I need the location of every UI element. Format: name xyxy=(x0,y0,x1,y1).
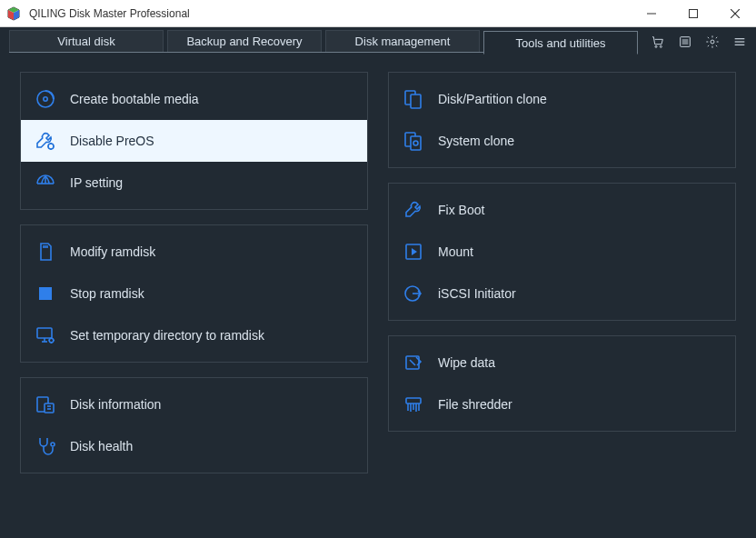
item-label: Create bootable media xyxy=(70,92,199,106)
disc-icon xyxy=(34,87,57,111)
svg-point-14 xyxy=(711,40,714,44)
titlebar: QILING Disk Master Professional xyxy=(0,0,756,27)
item-system-clone[interactable]: System clone xyxy=(389,120,735,162)
panel-boot-mount: Fix Boot Mount iSCSI Initiator xyxy=(388,183,736,321)
window-minimize-button[interactable] xyxy=(631,0,672,27)
left-column: Create bootable media Disable PreOS IP s… xyxy=(20,72,368,522)
window-close-button[interactable] xyxy=(714,0,756,27)
panel-clone: Disk/Partition clone System clone xyxy=(388,72,736,168)
item-label: IP setting xyxy=(70,175,123,190)
svg-marker-41 xyxy=(412,248,417,255)
tab-virtual-disk[interactable]: Virtual disk xyxy=(9,30,164,53)
svg-rect-31 xyxy=(45,404,54,413)
gear-icon[interactable] xyxy=(701,32,723,52)
tab-backup-recovery[interactable]: Backup and Recovery xyxy=(167,30,322,53)
item-label: Disable PreOS xyxy=(70,134,154,148)
item-file-shredder[interactable]: File shredder xyxy=(389,384,735,425)
right-column: Disk/Partition clone System clone Fix Bo… xyxy=(388,72,736,522)
item-disable-preos[interactable]: Disable PreOS xyxy=(21,120,367,162)
stethoscope-icon xyxy=(34,434,57,458)
item-set-temp-dir-ramdisk[interactable]: Set temporary directory to ramdisk xyxy=(21,314,367,356)
item-label: Disk health xyxy=(70,439,133,453)
panel-ramdisk: Modify ramdisk Stop ramdisk Set temporar… xyxy=(20,224,368,363)
item-label: Wipe data xyxy=(438,355,495,370)
circle-arrow-icon xyxy=(402,282,425,305)
item-label: Disk information xyxy=(70,397,161,412)
shredder-icon xyxy=(402,393,425,416)
item-mount[interactable]: Mount xyxy=(389,231,735,273)
tab-disk-management[interactable]: Disk management xyxy=(325,30,480,53)
item-wipe-data[interactable]: Wipe data xyxy=(389,342,735,384)
clone-disk-icon xyxy=(402,87,425,111)
globe-net-icon xyxy=(34,171,57,194)
svg-rect-25 xyxy=(39,287,52,300)
panel-disk-info: Disk information Disk health xyxy=(20,377,368,473)
list-icon[interactable] xyxy=(674,32,696,52)
content-area: Create bootable media Disable PreOS IP s… xyxy=(0,55,756,538)
tab-row: Virtual disk Backup and Recovery Disk ma… xyxy=(0,27,756,53)
item-disk-partition-clone[interactable]: Disk/Partition clone xyxy=(389,78,735,120)
play-box-icon xyxy=(402,240,425,264)
clone-sys-icon xyxy=(402,129,425,153)
monitor-gear-icon xyxy=(34,324,57,347)
eraser-icon xyxy=(402,351,425,374)
window-maximize-button[interactable] xyxy=(672,0,714,27)
tab-label: Virtual disk xyxy=(57,35,114,48)
svg-point-19 xyxy=(44,97,47,101)
item-create-bootable-media[interactable]: Create bootable media xyxy=(21,78,367,120)
item-fix-boot[interactable]: Fix Boot xyxy=(389,189,735,231)
panel-wipe: Wipe data File shredder xyxy=(388,335,736,432)
window-title: QILING Disk Master Professional xyxy=(27,7,631,20)
wrench-gear-icon xyxy=(34,129,57,153)
menu-icon[interactable] xyxy=(729,32,751,52)
item-label: System clone xyxy=(438,134,514,148)
stop-square-icon xyxy=(34,282,57,305)
svg-rect-36 xyxy=(411,95,421,108)
item-label: iSCSI Initiator xyxy=(438,286,516,301)
svg-point-29 xyxy=(49,338,54,343)
item-label: Set temporary directory to ramdisk xyxy=(70,328,264,343)
svg-point-20 xyxy=(48,144,54,149)
app-body: Virtual disk Backup and Recovery Disk ma… xyxy=(0,27,756,538)
svg-rect-38 xyxy=(411,136,421,150)
panel-boot-preos: Create bootable media Disable PreOS IP s… xyxy=(20,72,368,210)
sd-card-icon xyxy=(34,240,57,264)
item-label: Mount xyxy=(438,244,473,259)
disk-info-icon xyxy=(34,393,57,416)
svg-point-8 xyxy=(655,45,657,47)
svg-rect-5 xyxy=(690,9,698,17)
item-stop-ramdisk[interactable]: Stop ramdisk xyxy=(21,273,367,314)
app-icon xyxy=(0,6,27,21)
item-label: Stop ramdisk xyxy=(70,286,144,301)
svg-point-9 xyxy=(660,45,662,47)
tab-label: Disk management xyxy=(355,35,451,48)
svg-point-34 xyxy=(51,443,55,446)
item-label: Fix Boot xyxy=(438,203,484,217)
cart-icon[interactable] xyxy=(647,32,669,52)
item-iscsi-initiator[interactable]: iSCSI Initiator xyxy=(389,273,735,314)
wrench-icon xyxy=(402,198,425,222)
item-disk-health[interactable]: Disk health xyxy=(21,425,367,467)
item-modify-ramdisk[interactable]: Modify ramdisk xyxy=(21,231,367,273)
tab-label: Backup and Recovery xyxy=(186,35,302,48)
svg-rect-44 xyxy=(406,398,421,404)
item-label: Modify ramdisk xyxy=(70,244,155,259)
item-disk-information[interactable]: Disk information xyxy=(21,384,367,425)
item-label: File shredder xyxy=(438,397,512,412)
tab-tools-utilities[interactable]: Tools and utilities xyxy=(483,31,638,55)
tab-label: Tools and utilities xyxy=(516,36,606,50)
toolbar-right xyxy=(647,31,751,53)
svg-rect-26 xyxy=(37,328,52,338)
item-label: Disk/Partition clone xyxy=(438,92,547,106)
item-ip-setting[interactable]: IP setting xyxy=(21,162,367,204)
